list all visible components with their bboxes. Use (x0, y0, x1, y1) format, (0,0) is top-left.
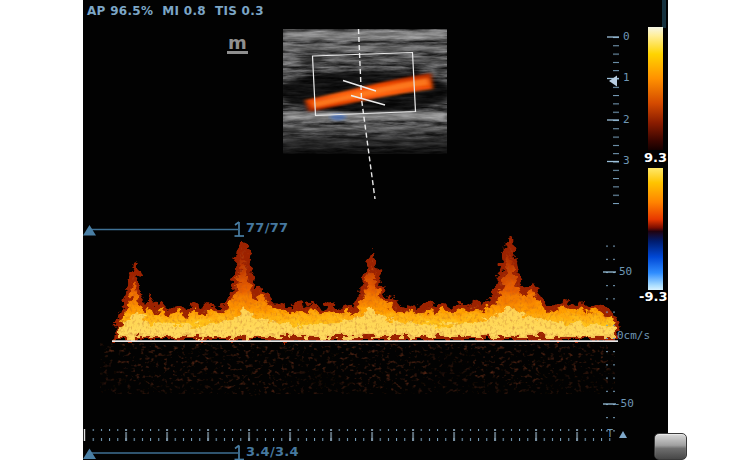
time-ruler-ticks (85, 429, 615, 441)
mirror-artifact (100, 344, 615, 397)
time-counter: 3.4/3.4 (246, 445, 299, 458)
spectral-baseline[interactable] (112, 340, 618, 342)
edge-strip (662, 0, 666, 28)
color-scale-min: -9.3 (639, 290, 667, 303)
depth-label-2: 2 (623, 114, 630, 125)
vendor-logo: m (227, 36, 248, 54)
mi-value: MI 0.8 (162, 4, 206, 18)
sweep-marker-label: T (607, 429, 613, 439)
acoustic-output-readout: AP 96.5%MI 0.8TIS 0.3 (87, 5, 273, 17)
ultrasound-screen: AP 96.5%MI 0.8TIS 0.3 m 0 1 2 3 9.3 -9.3… (0, 0, 750, 460)
depth-label-1: 1 (623, 72, 630, 83)
display-graphics (0, 0, 750, 460)
sweep-position-icon (619, 431, 627, 438)
color-scale-max: 9.3 (644, 151, 667, 164)
velocity-label-neg: -50 (614, 398, 634, 409)
depth-label-3: 3 (623, 155, 630, 166)
pw-gain-colorbar (648, 27, 663, 150)
ap-value: AP 96.5% (87, 4, 153, 18)
bmode-image (277, 29, 453, 154)
color-doppler-colorbar (648, 168, 663, 290)
velocity-baseline-label: 0cm/s (617, 330, 650, 341)
depth-label-0: 0 (623, 31, 630, 42)
frame-counter: 77/77 (246, 221, 288, 234)
velocity-label-pos: 50 (619, 266, 632, 277)
tis-value: TIS 0.3 (215, 4, 264, 18)
clip-thumbnail-button[interactable] (654, 433, 687, 460)
